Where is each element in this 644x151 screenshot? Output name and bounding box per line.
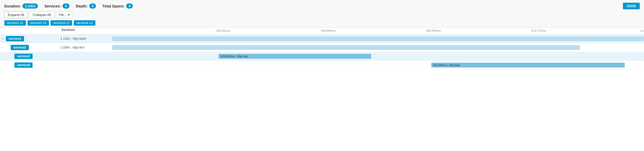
main-container: Duration: 1.142s Services: 4 Depth: 3 To…	[0, 0, 644, 151]
filter-label: Filt...	[59, 13, 66, 17]
table-row: −service21.004s : http:/foo·····	[0, 43, 644, 52]
timeline-col: ·····	[112, 43, 644, 52]
table-row: service3·328.000ms : http:/bar·····	[0, 52, 644, 61]
depth-badge: 3	[89, 3, 96, 9]
expand-all-button[interactable]: Expand All	[4, 11, 28, 18]
timeline-tick: 456.864ms	[321, 29, 335, 32]
service-tag[interactable]: service1 x2	[4, 20, 26, 26]
tick-dot: ·	[324, 54, 325, 59]
tick-dot: ·	[431, 45, 432, 50]
span-info: 1.004s : http:/foo	[59, 46, 112, 49]
timeline-tick: 1.142s	[639, 29, 644, 32]
services-meta: Services: 4	[44, 3, 69, 9]
service-col: −service1	[0, 35, 59, 42]
ticks-row: Services 228.432ms456.864ms685.295ms913.…	[0, 28, 644, 34]
header: Duration: 1.142s Services: 4 Depth: 3 To…	[0, 0, 644, 28]
depth-label: Depth:	[76, 4, 88, 8]
tick-dot: ·	[324, 36, 325, 41]
controls-row: Expand All Collapse All Filt... ▼	[4, 11, 640, 18]
tick-dot: ·	[431, 36, 432, 41]
service-label[interactable]: service2	[11, 45, 29, 50]
service-col: −service2	[0, 44, 59, 51]
span-bar: 416.000ms :http:/baz	[431, 63, 625, 67]
json-button[interactable]: JSON	[623, 3, 640, 9]
duration-label: Duration:	[4, 4, 21, 8]
collapse-icon[interactable]: −	[2, 37, 5, 40]
services-label: Services:	[44, 4, 61, 8]
timeline-tick: 685.295ms	[426, 29, 441, 32]
timeline-col: 328.000ms : http:/bar·····	[112, 52, 644, 61]
timeline-area: −service11.142s : http:/start·····−servi…	[0, 34, 644, 70]
tick-dot: ·	[431, 54, 432, 59]
span-info: ·	[59, 63, 112, 67]
depth-meta: Depth: 3	[76, 3, 96, 9]
filter-chevron-icon: ▼	[68, 13, 70, 16]
service-tag[interactable]: service2 x3	[28, 20, 49, 26]
collapse-all-button[interactable]: Collapse All	[29, 11, 54, 18]
timeline-col: ·····	[112, 34, 644, 43]
total-spans-label: Total Spans:	[102, 4, 125, 8]
timeline-tick: 228.432ms	[216, 29, 230, 32]
span-info: ·	[59, 54, 112, 58]
tick-dot: ·	[324, 63, 325, 67]
service-col: service4	[0, 61, 59, 69]
tick-dot: ·	[537, 63, 538, 67]
service-tag[interactable]: service4 x1	[74, 20, 95, 26]
services-col-header: Services	[59, 28, 118, 34]
service-label[interactable]: service3	[14, 54, 33, 59]
duration-meta: Duration: 1.142s	[4, 3, 38, 9]
span-bar	[112, 36, 644, 41]
span-bar	[112, 45, 580, 50]
tick-dot: ·	[431, 63, 432, 67]
table-row: −service11.142s : http:/start·····	[0, 34, 644, 43]
collapse-icon[interactable]: −	[2, 46, 5, 49]
table-row: service4·416.000ms :http:/baz·····	[0, 61, 644, 70]
filter-button[interactable]: Filt... ▼	[56, 11, 73, 18]
services-badge: 4	[63, 3, 69, 9]
service-tags-row: service1 x2service2 x3service3 x1service…	[4, 20, 640, 26]
timeline-col: 416.000ms :http:/baz·····	[112, 61, 644, 69]
tick-dot: ·	[537, 36, 538, 41]
tick-dot: ·	[537, 45, 538, 50]
header-left: Duration: 1.142s Services: 4 Depth: 3 To…	[4, 3, 133, 9]
tick-dot: ·	[218, 45, 219, 50]
timeline-tick: 913.727ms	[532, 29, 546, 32]
tick-dot: ·	[218, 36, 219, 41]
service-label[interactable]: service4	[14, 62, 33, 68]
service-label[interactable]: service1	[6, 36, 24, 41]
total-spans-meta: Total Spans: 4	[102, 3, 133, 9]
tick-dot: ·	[218, 54, 219, 59]
tick-dot: ·	[218, 63, 219, 67]
tick-dot: ·	[324, 45, 325, 50]
span-bar: 328.000ms : http:/bar	[219, 54, 371, 59]
service-tag[interactable]: service3 x1	[51, 20, 72, 26]
duration-badge: 1.142s	[22, 3, 38, 9]
service-col: service3	[0, 53, 59, 60]
tick-dot: ·	[537, 54, 538, 59]
header-top: Duration: 1.142s Services: 4 Depth: 3 To…	[4, 3, 640, 9]
total-spans-badge: 4	[126, 3, 133, 9]
span-info: 1.142s : http:/start	[59, 37, 112, 41]
